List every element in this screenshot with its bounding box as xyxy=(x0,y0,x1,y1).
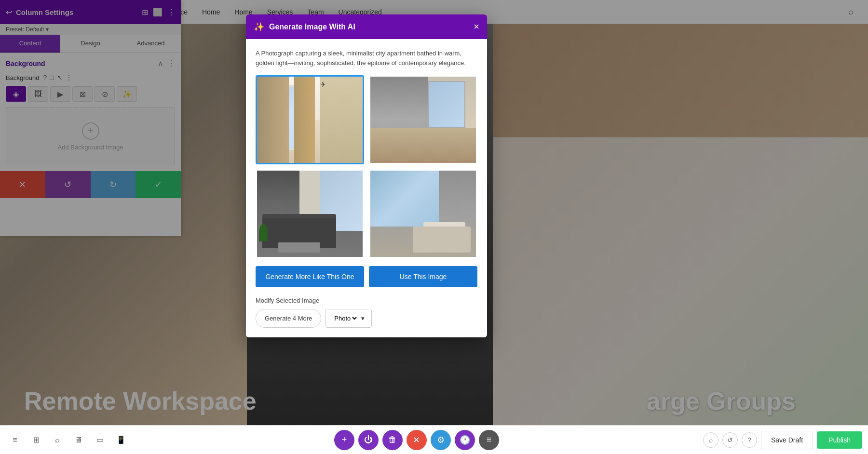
toolbar-right: ⌕ ↺ ? Save Draft Publish xyxy=(703,431,862,449)
select-chevron-icon: ▾ xyxy=(361,315,365,322)
image-cell-1[interactable]: ✈ xyxy=(256,75,364,164)
scene2-floor xyxy=(370,128,476,163)
bottom-toolbar: ≡ ⊞ ⌕ 🖥 ▭ 📱 + ⏻ 🗑 ✕ ⚙ 🕐 ≡ ⌕ ↺ ? Save Dra… xyxy=(0,425,868,454)
modal-description: A Photograph capturing a sleek, minimali… xyxy=(256,49,477,67)
scene-3 xyxy=(257,171,363,257)
scene-2 xyxy=(370,77,476,163)
toolbar-tablet-btn[interactable]: ▭ xyxy=(91,431,109,449)
toolbar-add-btn[interactable]: + xyxy=(334,430,354,450)
toolbar-grid-btn[interactable]: ⊞ xyxy=(27,431,45,449)
scene1-curtain-left xyxy=(257,77,289,163)
photo-type-select[interactable]: Photo ▾ xyxy=(325,309,372,328)
modal-title: Generate Image With AI xyxy=(269,23,469,31)
modal-body: A Photograph capturing a sleek, minimali… xyxy=(246,39,487,337)
toolbar-center: + ⏻ 🗑 ✕ ⚙ 🕐 ≡ xyxy=(130,430,703,450)
image-cell-4[interactable] xyxy=(369,169,477,258)
toolbar-trash-btn[interactable]: 🗑 xyxy=(382,430,403,450)
publish-button[interactable]: Publish xyxy=(817,431,862,449)
toolbar-bars-btn[interactable]: ≡ xyxy=(479,430,499,450)
btn-generate-more[interactable]: Generate More Like This One xyxy=(256,266,364,287)
modify-controls: Generate 4 More Photo ▾ xyxy=(256,309,477,328)
modify-label: Modify Selected Image xyxy=(256,297,477,304)
image-grid: ✈ xyxy=(256,75,477,258)
toolbar-close-btn[interactable]: ✕ xyxy=(407,430,427,450)
scene1-curtain-right xyxy=(294,77,315,163)
modal-header: ✨ Generate Image With AI × xyxy=(246,14,487,39)
image-cell-2[interactable] xyxy=(369,75,477,164)
toolbar-menu-btn[interactable]: ≡ xyxy=(6,431,24,449)
toolbar-left: ≡ ⊞ ⌕ 🖥 ▭ 📱 xyxy=(6,431,130,449)
toolbar-phone-btn[interactable]: 📱 xyxy=(112,431,130,449)
help-history-btn[interactable]: ↺ xyxy=(722,432,738,448)
help-search-btn[interactable]: ⌕ xyxy=(703,432,719,448)
modify-section: Modify Selected Image Generate 4 More Ph… xyxy=(256,297,477,328)
modal-close-btn[interactable]: × xyxy=(474,21,479,32)
ai-modal: ✨ Generate Image With AI × A Photograph … xyxy=(246,14,487,337)
photo-type-dropdown[interactable]: Photo xyxy=(332,314,358,322)
scene-4 xyxy=(370,171,476,257)
scene4-bed xyxy=(413,227,471,253)
btn-generate-4-more[interactable]: Generate 4 More xyxy=(256,309,321,328)
btn-use-image[interactable]: Use This Image xyxy=(369,266,477,287)
scene2-window xyxy=(428,81,465,128)
scene1-cursor-icon: ✈ xyxy=(320,80,328,88)
scene4-window xyxy=(370,171,439,227)
save-draft-button[interactable]: Save Draft xyxy=(761,431,813,449)
toolbar-monitor-btn[interactable]: 🖥 xyxy=(69,431,88,449)
toolbar-history-btn[interactable]: 🕐 xyxy=(455,430,475,450)
scene3-table xyxy=(278,242,321,253)
image-cell-3[interactable] xyxy=(256,169,364,258)
modal-actions: Generate More Like This One Use This Ima… xyxy=(256,266,477,287)
toolbar-settings-btn[interactable]: ⚙ xyxy=(431,430,451,450)
scene-1: ✈ xyxy=(257,77,363,163)
toolbar-search-btn[interactable]: ⌕ xyxy=(48,431,67,449)
toolbar-power-btn[interactable]: ⏻ xyxy=(358,430,379,450)
scene1-panel xyxy=(320,77,363,163)
help-question-btn[interactable]: ? xyxy=(742,432,757,448)
scene3-plant xyxy=(259,224,268,241)
modal-ai-icon: ✨ xyxy=(254,22,264,32)
